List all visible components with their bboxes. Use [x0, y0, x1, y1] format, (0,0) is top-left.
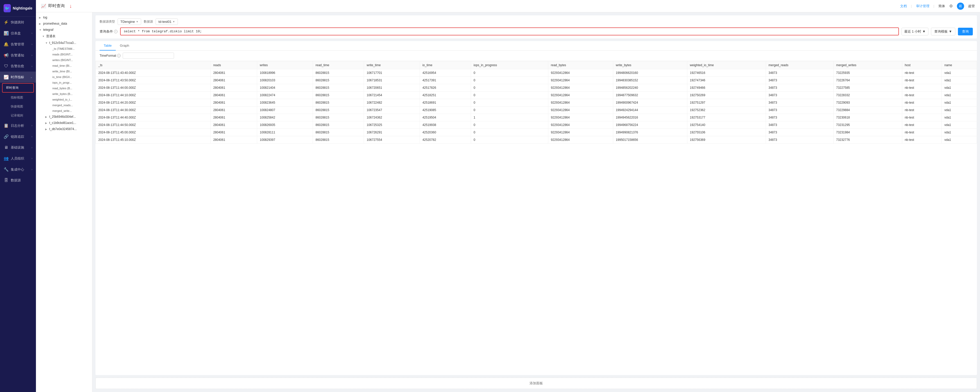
- table-cell: 0: [471, 136, 548, 144]
- timeformat-info-icon[interactable]: i: [117, 54, 121, 57]
- table-cell: 34873: [766, 129, 834, 136]
- tree-item-normal-table[interactable]: ▼ 普通表: [36, 33, 92, 40]
- sidebar-item-metric-view[interactable]: 指标视图: [0, 93, 36, 102]
- tree-leaf-writes[interactable]: writes (BIGINT...: [36, 57, 92, 63]
- tree-item-t25b[interactable]: ▶ t_25b6946d304ef...: [36, 114, 92, 120]
- settings-icon[interactable]: ⚙: [949, 3, 953, 8]
- table-cell: 92293412864: [548, 129, 613, 136]
- tree-leaf-write-time[interactable]: write_time (BI...: [36, 68, 92, 74]
- tree-leaf-iops[interactable]: iops_in_progr...: [36, 80, 92, 86]
- docs-link[interactable]: 文档: [900, 4, 907, 8]
- table-cell: 100829397: [257, 136, 313, 144]
- sidebar-item-log-analysis[interactable]: 📋 日志分析 ›: [0, 120, 36, 131]
- sidebar-item-trace[interactable]: 🔗 链路追踪 ›: [0, 131, 36, 142]
- sidebar-item-alert-notify[interactable]: 📢 告警通知 ›: [0, 50, 36, 61]
- table-cell: 34873: [766, 77, 834, 84]
- tree-leaf-ts[interactable]: _ts (TIMESTAM...: [36, 46, 92, 52]
- chevron-right-icon: ›: [32, 135, 32, 138]
- table-cell: 1994968756224: [613, 121, 687, 129]
- sidebar-item-datasource[interactable]: 🗄 数据源: [0, 175, 36, 186]
- tree-item-tc1b[interactable]: ▶ t_c1b9cbd81ace1...: [36, 120, 92, 126]
- table-cell: 42517391: [420, 77, 471, 84]
- tree-item-log[interactable]: ▶ log: [36, 14, 92, 21]
- query-condition-label: 查询条件 i: [100, 29, 118, 34]
- tree-leaf-read-bytes[interactable]: read_bytes (B...: [36, 86, 92, 91]
- sidebar-item-quick-view[interactable]: 快捷视图: [0, 102, 36, 111]
- table-cell: 73229093: [834, 99, 902, 106]
- audit-link[interactable]: 审计管理: [916, 4, 929, 8]
- datasource-select[interactable]: td-test01 ▼: [156, 19, 178, 25]
- table-card: Table Graph TimeFormat i: [95, 41, 977, 375]
- sidebar-item-instant-query[interactable]: 即时查询: [2, 83, 34, 93]
- sidebar-item-time-series[interactable]: 📈 时序指标 ⌄: [0, 71, 36, 83]
- tab-graph[interactable]: Graph: [116, 41, 133, 51]
- tree-leaf-io-time[interactable]: io_time (BIGII...: [36, 74, 92, 80]
- query-input[interactable]: [120, 27, 899, 35]
- sidebar-item-label: 告警自愈: [11, 64, 24, 68]
- timeformat-input[interactable]: [123, 52, 174, 59]
- trace-icon: 🔗: [3, 134, 9, 139]
- table-cell: 2804061: [210, 129, 257, 136]
- alert-mgmt-icon: 🔔: [3, 42, 9, 47]
- sidebar-item-quick-jump[interactable]: ⚡ 快捷跳转: [0, 17, 36, 28]
- table-column-header: host: [902, 61, 942, 69]
- tree-leaf-reads[interactable]: reads (BIGINT...: [36, 52, 92, 57]
- query-card: 数据源类型 TDengine ▼ 数据源 td-test01 ▼ 查询条件: [95, 15, 977, 38]
- tree-leaf-write-bytes[interactable]: write_bytes (B...: [36, 91, 92, 97]
- table-cell: 86028815: [313, 106, 364, 114]
- table-cell: 192753177: [687, 114, 766, 121]
- sidebar-item-alert-self[interactable]: 🛡 告警自愈 ›: [0, 61, 36, 71]
- query-template-button[interactable]: 查询模板 ▼: [931, 28, 955, 35]
- tree-item-prometheus[interactable]: ▶ prometheus_data: [36, 21, 92, 27]
- table-cell: 86028815: [313, 121, 364, 129]
- add-panel-button[interactable]: 添加面板: [95, 378, 977, 389]
- query-info-icon[interactable]: i: [114, 30, 118, 33]
- tree-leaf-merged-reads[interactable]: merged_reads...: [36, 102, 92, 108]
- table-cell: nb-test: [902, 92, 942, 99]
- table-cell: 2804061: [210, 99, 257, 106]
- username[interactable]: 超管: [968, 4, 975, 8]
- tree-item-tdb7[interactable]: ▶ t_db7e0e3245874...: [36, 126, 92, 132]
- table-cell: 2024-08-13T11:43:50.000Z: [96, 77, 211, 84]
- datasource-row: 数据源类型 TDengine ▼ 数据源 td-test01 ▼: [100, 19, 973, 25]
- chevron-right-icon: ›: [32, 54, 32, 57]
- language-selector[interactable]: 简体: [939, 4, 945, 8]
- tree-item-t912[interactable]: ▼ t_912c54a77cca3...: [36, 40, 92, 46]
- tree-arrow-icon: ▼: [42, 35, 45, 38]
- tree-leaf-merged-writes[interactable]: merged_write...: [36, 108, 92, 114]
- sidebar-item-record-rule[interactable]: 记录规则: [0, 111, 36, 120]
- sidebar-item-infra[interactable]: 🖥 基础设施 ›: [0, 142, 36, 153]
- tree-leaf-weighted-io[interactable]: weighted_io_t...: [36, 97, 92, 102]
- table-cell: 192751297: [687, 99, 766, 106]
- sidebar-item-label: 仪表盘: [11, 31, 21, 36]
- sidebar-item-integration[interactable]: 🔧 集成中心 ›: [0, 164, 36, 175]
- table-row: 2024-08-13T11:44:00.000Z2804061100821404…: [96, 84, 977, 92]
- table-column-header: read_bytes: [548, 61, 613, 69]
- table-cell: 106720651: [364, 84, 420, 92]
- table-cell: nb-test: [902, 114, 942, 121]
- table-cell: 73225935: [834, 69, 902, 77]
- table-cell: 1995017158656: [613, 136, 687, 144]
- table-cell: 92293412864: [548, 114, 613, 121]
- sidebar-item-dashboard[interactable]: 📊 仪表盘 ›: [0, 28, 36, 39]
- sidebar-item-alert-mgmt[interactable]: 🔔 告警管理 ›: [0, 39, 36, 50]
- table-cell: 34873: [766, 136, 834, 144]
- time-range-select[interactable]: 最近 1 小时 ▼: [902, 28, 928, 35]
- data-table-wrap[interactable]: _tsreadswritesread_timewrite_timeio_time…: [95, 61, 977, 375]
- timeformat-row: TimeFormat i: [95, 51, 977, 61]
- datasource-type-select[interactable]: TDengine ▼: [118, 19, 141, 25]
- query-condition-row: 查询条件 i 最近 1 小时 ▼ 查询模板 ▼ 查询: [100, 27, 973, 35]
- tree-leaf-read-time[interactable]: read_time (BI...: [36, 63, 92, 68]
- sidebar-item-people[interactable]: 👥 人员组织 ›: [0, 153, 36, 164]
- integration-icon: 🔧: [3, 167, 9, 172]
- sidebar-item-label: 快捷跳转: [11, 20, 24, 25]
- logo-icon: 🐦: [3, 4, 11, 12]
- tree-item-telegraf[interactable]: ▼ telegraf: [36, 27, 92, 33]
- query-submit-button[interactable]: 查询: [958, 28, 973, 35]
- tab-table[interactable]: Table: [100, 41, 116, 51]
- table-cell: 2804061: [210, 114, 257, 121]
- table-cell: 86028815: [313, 114, 364, 121]
- table-cell: 1994877509632: [613, 92, 687, 99]
- tree-arrow-icon: ▼: [45, 41, 48, 44]
- sidebar-item-label: 告警管理: [11, 42, 24, 47]
